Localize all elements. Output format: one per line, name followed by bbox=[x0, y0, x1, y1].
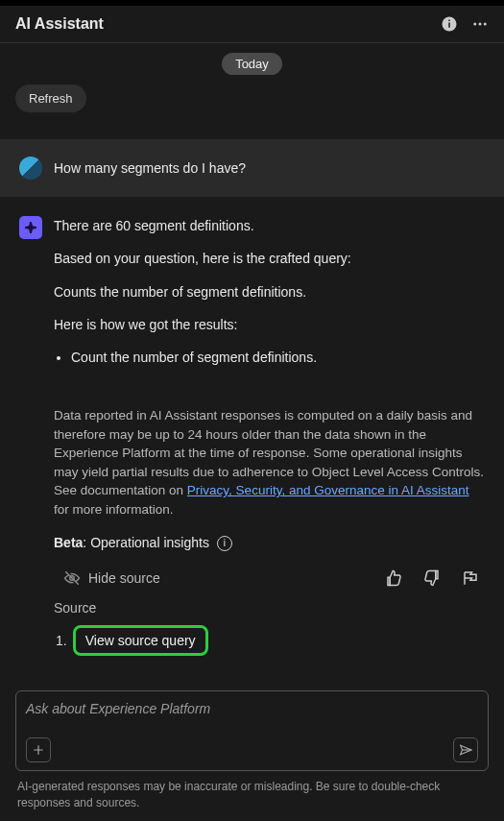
ai-line: Counts the number of segment definitions… bbox=[54, 282, 485, 302]
info-icon[interactable]: i bbox=[217, 536, 232, 551]
header-actions bbox=[441, 15, 489, 33]
ai-disclaimer: Data reported in AI Assistant responses … bbox=[54, 406, 485, 519]
composer-input[interactable]: Ask about Experience Platform bbox=[26, 701, 478, 716]
beta-text: : Operational insights bbox=[83, 535, 209, 550]
page-title: AI Assistant bbox=[15, 15, 441, 33]
send-button[interactable] bbox=[453, 737, 478, 762]
thumbs-up-icon[interactable] bbox=[385, 569, 402, 587]
hide-source-toggle[interactable]: Hide source bbox=[54, 569, 160, 587]
user-message-text: How many segments do I have? bbox=[54, 160, 246, 176]
ai-message: There are 60 segment definitions. Based … bbox=[0, 197, 504, 681]
footer-disclaimer: AI-generated responses may be inaccurate… bbox=[0, 775, 504, 821]
ai-line: Here is how we got the results: bbox=[54, 315, 485, 334]
ai-avatar-icon bbox=[19, 216, 42, 239]
add-attachment-button[interactable] bbox=[26, 737, 51, 762]
source-item: 1. View source query bbox=[54, 625, 485, 656]
source-label: Source bbox=[54, 600, 485, 616]
svg-point-4 bbox=[479, 23, 482, 26]
view-source-query-button[interactable]: View source query bbox=[73, 625, 208, 656]
date-row: Today bbox=[0, 43, 504, 81]
ai-bullet-list: Count the number of segment definitions. bbox=[54, 348, 485, 368]
feedback-row: Hide source bbox=[54, 566, 485, 596]
svg-point-3 bbox=[473, 23, 476, 26]
composer[interactable]: Ask about Experience Platform bbox=[15, 690, 489, 771]
refresh-row: Refresh bbox=[0, 81, 504, 122]
hide-source-label: Hide source bbox=[88, 570, 160, 586]
source-section: Source 1. View source query bbox=[54, 596, 485, 675]
composer-area: Ask about Experience Platform bbox=[0, 681, 504, 775]
more-icon[interactable] bbox=[471, 15, 489, 33]
user-message: How many segments do I have? bbox=[0, 139, 504, 197]
svg-rect-1 bbox=[448, 23, 450, 28]
eye-off-icon bbox=[63, 569, 81, 587]
date-chip: Today bbox=[222, 53, 282, 75]
svg-rect-2 bbox=[448, 20, 450, 22]
info-icon[interactable] bbox=[441, 15, 458, 33]
ai-content: There are 60 segment definitions. Based … bbox=[54, 216, 485, 675]
refresh-button[interactable]: Refresh bbox=[15, 85, 86, 112]
thumbs-down-icon[interactable] bbox=[423, 569, 441, 587]
disclaimer-text-post: for more information. bbox=[54, 502, 174, 517]
composer-actions bbox=[26, 737, 478, 762]
svg-point-5 bbox=[484, 23, 487, 26]
ai-bullet: Count the number of segment definitions. bbox=[71, 348, 485, 368]
flag-icon[interactable] bbox=[462, 569, 479, 587]
beta-label: Beta bbox=[54, 535, 83, 550]
ai-line: There are 60 segment definitions. bbox=[54, 216, 485, 235]
disclaimer-link[interactable]: Privacy, Security, and Governance in AI … bbox=[187, 483, 469, 497]
header: AI Assistant bbox=[0, 6, 504, 42]
beta-line: Beta: Operational insights i bbox=[54, 533, 485, 552]
chat-scroll[interactable]: How many segments do I have? There are 6… bbox=[0, 122, 504, 681]
feedback-icons bbox=[385, 569, 485, 587]
ai-line: Based on your question, here is the craf… bbox=[54, 249, 485, 268]
user-avatar bbox=[19, 157, 42, 180]
source-number: 1. bbox=[56, 633, 67, 648]
